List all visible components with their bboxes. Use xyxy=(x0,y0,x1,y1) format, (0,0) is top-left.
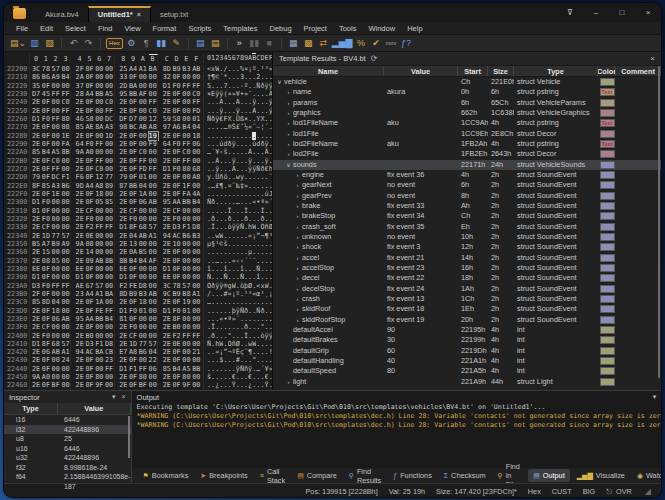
menu-project[interactable]: Project xyxy=(298,24,333,33)
hex-byte[interactable]: 2D xyxy=(119,82,129,90)
hex-byte[interactable]: 00 xyxy=(149,182,159,190)
hex-byte[interactable]: 0F xyxy=(173,381,183,389)
hex-byte[interactable]: D1 xyxy=(119,273,129,281)
hex-byte[interactable]: 00 xyxy=(95,148,105,156)
hex-byte[interactable]: BC xyxy=(129,123,139,131)
hex-byte[interactable]: 00 xyxy=(52,132,62,140)
hex-byte[interactable]: 0F xyxy=(129,73,139,81)
hex-byte[interactable]: 01 xyxy=(139,173,149,181)
color-swatch[interactable] xyxy=(600,109,615,117)
hex-row[interactable]: 222A085B4A58B9AA000002E0FC0002E0FC000…´¥… xyxy=(4,148,272,156)
color-swatch[interactable] xyxy=(600,378,615,386)
template-row-defaultGrip[interactable]: defaultGrip602219Dh4hint xyxy=(273,346,661,356)
hex-byte[interactable]: 00 xyxy=(95,248,105,256)
hex-byte[interactable]: 0F xyxy=(85,373,95,381)
check-edit-button[interactable]: ✔ xyxy=(369,36,382,50)
hex-byte[interactable]: FF xyxy=(105,223,115,231)
menu-window[interactable]: Window xyxy=(362,24,401,33)
document-tab-akurabv4[interactable]: Akura.bv4 xyxy=(36,6,88,22)
binary-view-button[interactable]: ⚙ xyxy=(125,36,138,50)
hex-byte[interactable]: B4 xyxy=(139,257,149,265)
hex-byte[interactable]: 9A xyxy=(32,373,42,381)
panel-tab-compare[interactable]: ▤Compare xyxy=(292,469,342,482)
hex-byte[interactable]: 8D xyxy=(119,290,129,298)
color-swatch[interactable] xyxy=(600,347,615,355)
hex-byte[interactable]: 95 xyxy=(119,90,129,98)
hex-byte[interactable]: 00 xyxy=(61,157,71,165)
hex-byte[interactable]: 00 xyxy=(61,248,71,256)
hex-byte[interactable]: 68 xyxy=(139,223,149,231)
hex-byte[interactable]: A1 xyxy=(149,232,159,240)
hex-bytes[interactable]: 858D04002E0F1A002E0F18002E0F1900 xyxy=(29,298,204,306)
hex-byte[interactable]: 2E xyxy=(119,215,129,223)
template-row-unknown[interactable]: ›unknownno event10h2hstruct SoundEvent xyxy=(273,232,661,242)
hex-byte[interactable]: 2E xyxy=(163,248,173,256)
chevron-right-icon[interactable]: › xyxy=(284,129,293,139)
hex-byte[interactable]: C0 xyxy=(105,98,115,106)
chevron-right-icon[interactable]: › xyxy=(293,315,302,325)
hex-byte[interactable]: 2E xyxy=(163,348,173,356)
hex-byte[interactable]: 00 xyxy=(192,265,202,273)
hex-byte[interactable]: 00 xyxy=(61,307,71,315)
hex-byte[interactable]: B3 xyxy=(192,232,202,240)
template-row-lod2FileName[interactable]: ›lod2FileNameaku1FB2Ah4hstruct pstringTe… xyxy=(273,139,661,149)
hex-byte[interactable]: 00 xyxy=(95,356,105,364)
hex-ascii[interactable]: ...À...À...ÿ...ÿ xyxy=(204,98,273,106)
hex-byte[interactable]: 2E xyxy=(76,223,86,231)
hex-row[interactable]: 2221086B6A9B42A0F0000330F0000320F0000†¶©… xyxy=(4,73,272,81)
hex-row[interactable]: 22230D745FFFF28A4BBA595BBAF002E0F00C0×Eÿ… xyxy=(4,90,272,98)
template-row-accelStop[interactable]: ›accelStopfix event 2316h2hstruct SoundE… xyxy=(273,263,661,273)
hex-byte[interactable]: 00 xyxy=(61,165,71,173)
hex-byte[interactable]: D1 xyxy=(32,273,42,281)
hex-byte[interactable]: AE xyxy=(85,123,95,131)
hex-byte[interactable]: 00 xyxy=(52,98,62,106)
hex-byte[interactable]: 2E xyxy=(119,190,129,198)
hex-byte[interactable]: 00 xyxy=(192,356,202,364)
hex-byte[interactable]: B9 xyxy=(173,290,183,298)
hex-byte[interactable]: 9A xyxy=(76,240,86,248)
hex-byte[interactable]: 57 xyxy=(61,340,71,348)
hex-byte[interactable]: 1F xyxy=(182,182,192,190)
menu-view[interactable]: View xyxy=(118,24,146,33)
hex-byte[interactable]: 2E xyxy=(32,140,42,148)
hex-ascii[interactable]: ...ÿ...ÿ...À...ý xyxy=(204,107,273,115)
hex-byte[interactable]: B0 xyxy=(173,323,183,331)
inspector-row-i16[interactable]: i166446 xyxy=(4,415,131,425)
hex-byte[interactable]: B4 xyxy=(129,257,139,265)
hex-byte[interactable]: 45 xyxy=(42,90,52,98)
hex-byte[interactable]: 2E xyxy=(32,223,42,231)
hex-byte[interactable]: 08 xyxy=(61,123,71,131)
hex-byte[interactable]: 2E xyxy=(119,356,129,364)
hex-byte[interactable]: 13 xyxy=(129,240,139,248)
hex-byte[interactable]: A5 xyxy=(182,365,192,373)
chevron-right-icon[interactable]: › xyxy=(284,377,293,387)
hex-byte[interactable]: F1 xyxy=(61,173,71,181)
template-col-comment[interactable]: Comment xyxy=(616,66,661,76)
hex-byte[interactable]: 80 xyxy=(95,373,105,381)
status-mode[interactable]: Hex xyxy=(528,487,541,496)
hex-byte[interactable]: 00 xyxy=(95,115,105,123)
hex-byte[interactable]: B4 xyxy=(61,73,71,81)
hex-byte[interactable]: 2E xyxy=(119,232,129,240)
hex-byte[interactable]: 0F xyxy=(129,315,139,323)
hex-byte[interactable]: 00 xyxy=(192,307,202,315)
hex-byte[interactable]: 00 xyxy=(61,265,71,273)
hex-ascii[interactable]: /...#¤¡º.¹³«œ¹¸¡ xyxy=(204,290,273,298)
color-swatch[interactable] xyxy=(600,78,615,86)
hex-byte[interactable]: AC xyxy=(173,232,183,240)
hex-row[interactable]: 22220350F0000370F00002DBA0000D1F0FFFF5..… xyxy=(4,82,272,90)
hex-byte[interactable]: 0F xyxy=(129,381,139,389)
hex-byte[interactable]: 00 xyxy=(61,365,71,373)
hex-byte[interactable]: 0A xyxy=(129,248,139,256)
hex-byte[interactable]: 0F xyxy=(129,298,139,306)
hex-byte[interactable]: 2E xyxy=(32,323,42,331)
hex-byte[interactable]: 14 xyxy=(85,248,95,256)
hex-byte[interactable]: 00 xyxy=(139,132,149,140)
hex-byte[interactable]: FD xyxy=(139,165,149,173)
hex-byte[interactable]: 00 xyxy=(192,315,202,323)
hex-byte[interactable]: 0F xyxy=(129,157,139,165)
hex-ascii[interactable]: .......ÿÑñÿ.…´¥» xyxy=(204,365,273,373)
hex-byte[interactable]: 00 xyxy=(105,207,115,215)
hex-byte[interactable]: 8D xyxy=(163,65,173,73)
hex-byte[interactable]: F0 xyxy=(85,215,95,223)
